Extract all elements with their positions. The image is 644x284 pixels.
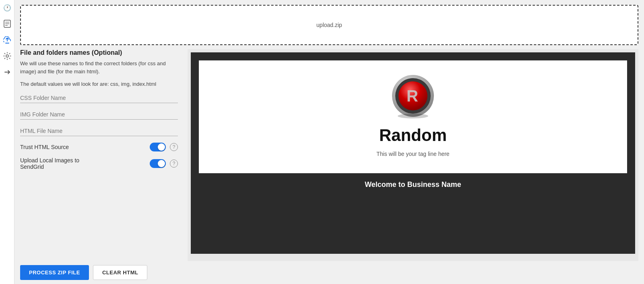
html-file-field xyxy=(20,126,178,136)
bottom-bar: PROCESS ZIP FILE CLEAR HTML xyxy=(14,261,644,284)
settings-icon[interactable] xyxy=(3,52,12,60)
section-title: File and folders names (Optional) xyxy=(20,49,178,56)
brand-tagline: This will be your tag line here xyxy=(376,151,449,157)
dropzone-filename: upload.zip xyxy=(316,22,342,28)
content-area: File and folders names (Optional) We wil… xyxy=(14,49,644,261)
preview-inner: R Random This will be your tag line here… xyxy=(188,49,638,257)
css-folder-field xyxy=(20,93,178,103)
email-outer: R Random This will be your tag line here… xyxy=(191,52,635,254)
upload-cloud-icon[interactable] xyxy=(3,35,12,44)
svg-point-10 xyxy=(398,114,428,118)
brand-logo: R xyxy=(389,73,437,121)
trust-html-toggle[interactable] xyxy=(150,143,166,151)
upload-images-help-icon[interactable]: ? xyxy=(170,160,178,168)
svg-text:R: R xyxy=(407,87,418,105)
email-footer-bar: Welcome to Business Name xyxy=(199,173,627,196)
email-logo-area: R Random This will be your tag line here xyxy=(215,73,611,157)
svg-point-5 xyxy=(6,55,8,57)
img-folder-input[interactable] xyxy=(20,110,178,120)
html-file-input[interactable] xyxy=(20,126,178,136)
css-folder-input[interactable] xyxy=(20,93,178,103)
main-content: upload.zip File and folders names (Optio… xyxy=(14,0,644,284)
left-panel: File and folders names (Optional) We wil… xyxy=(20,49,181,261)
dropzone[interactable]: upload.zip xyxy=(20,5,638,45)
clear-html-button[interactable]: CLEAR HTML xyxy=(93,265,148,280)
arrow-right-icon[interactable] xyxy=(3,68,12,77)
clock-icon[interactable]: 🕐 xyxy=(3,3,12,12)
upload-images-row: Upload Local Images to SendGrid ? xyxy=(20,157,178,170)
section-desc-1: We will use these names to find the corr… xyxy=(20,60,178,75)
trust-html-row: Trust HTML Source ? xyxy=(20,143,178,151)
preview-panel: R Random This will be your tag line here… xyxy=(188,49,638,261)
upload-images-label: Upload Local Images to SendGrid xyxy=(20,157,146,170)
process-zip-button[interactable]: PROCESS ZIP FILE xyxy=(20,265,89,280)
brand-name: Random xyxy=(379,126,447,145)
file-icon[interactable] xyxy=(3,19,12,28)
email-footer-text: Welcome to Business Name xyxy=(206,180,620,189)
section-desc-2: The default values we will look for are:… xyxy=(20,80,178,88)
img-folder-field xyxy=(20,110,178,120)
email-white-box: R Random This will be your tag line here xyxy=(199,60,627,173)
sidebar: 🕐 xyxy=(0,0,14,284)
upload-images-toggle[interactable] xyxy=(150,159,166,168)
trust-html-label: Trust HTML Source xyxy=(20,144,146,150)
trust-html-help-icon[interactable]: ? xyxy=(170,143,178,151)
